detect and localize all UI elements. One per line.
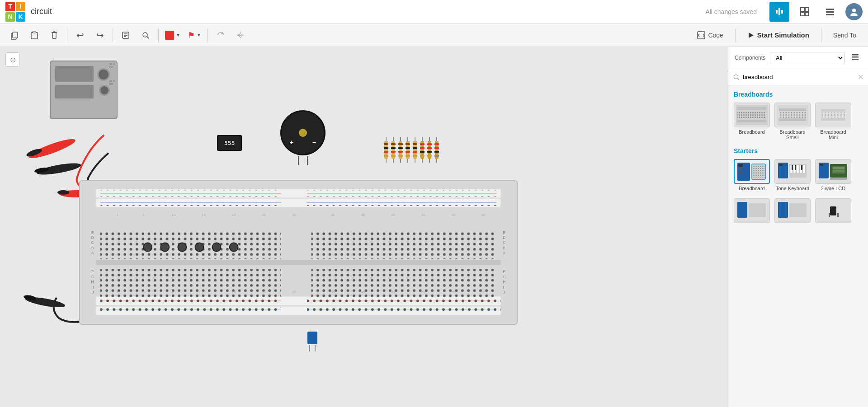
starter-tone-svg [777, 160, 808, 183]
svg-text:D: D [91, 235, 94, 240]
search-input[interactable] [743, 74, 855, 80]
canvas-area[interactable]: ⊙ [0, 47, 728, 407]
breadboard-small-card[interactable]: Breadboard Small [774, 103, 811, 140]
svg-rect-176 [829, 213, 830, 217]
multimeter[interactable]: 30 VDC 20 VDC [50, 61, 118, 119]
svg-text:F: F [91, 269, 94, 274]
nav-schematic-btn[interactable] [795, 2, 815, 22]
svg-point-111 [230, 243, 238, 252]
resistor-7 [428, 137, 431, 163]
breadboard-name: Breadboard [739, 129, 765, 135]
svg-text:J: J [503, 290, 505, 295]
code-label: Code [708, 32, 723, 39]
nav-list-btn[interactable] [820, 2, 840, 22]
svg-marker-28 [241, 33, 244, 37]
start-simulation-btn[interactable]: Start Simulation [741, 28, 816, 42]
toolbar-sep-1 [67, 28, 67, 42]
svg-rect-136 [821, 109, 845, 112]
svg-point-23 [143, 33, 147, 37]
svg-line-124 [738, 79, 739, 80]
paste-btn[interactable] [25, 26, 43, 44]
starter-extra-2-svg [777, 200, 808, 222]
multimeter-screen-1 [55, 66, 94, 82]
avatar-btn[interactable] [845, 3, 863, 20]
buzzer[interactable]: + − [280, 110, 326, 155]
toolbar-sep-4 [208, 28, 208, 42]
chip-555[interactable]: 555 [217, 135, 242, 151]
zoom-btn[interactable]: ⊙ [5, 52, 20, 67]
flag-dropdown-arrow: ▼ [197, 33, 201, 37]
resistor-6 [420, 137, 424, 163]
breadboards-grid: Breadboard [734, 103, 863, 140]
svg-rect-169 [737, 202, 747, 218]
svg-point-33 [63, 139, 75, 147]
breadboard-small-name: Breadboard Small [774, 129, 811, 140]
send-to-btn[interactable]: Send To [827, 29, 863, 42]
right-panel: Components All ✕ Breadboards [728, 47, 868, 407]
resistor-5 [413, 137, 417, 163]
svg-rect-134 [779, 112, 806, 118]
logo-k: K [16, 12, 25, 22]
svg-rect-1 [781, 10, 783, 14]
color-picker-btn[interactable]: ▼ [162, 29, 183, 42]
starter-extra-1-card[interactable] [734, 198, 770, 238]
starter-extra-2-card[interactable] [774, 198, 811, 238]
buzzer-pin-1 [298, 156, 299, 165]
notes-btn[interactable] [117, 26, 135, 44]
svg-text:I: I [93, 285, 94, 290]
svg-text:45: 45 [391, 290, 395, 294]
list-view-btn[interactable] [849, 51, 862, 64]
resistor-1 [384, 137, 388, 163]
starter-lcd-thumb [815, 159, 851, 184]
color-swatch [165, 31, 174, 40]
starter-tone-name: Tone Keyboard [776, 186, 809, 191]
capacitor-body [307, 332, 317, 344]
play-icon [747, 32, 755, 39]
delete-btn[interactable] [45, 26, 63, 44]
svg-text:20: 20 [232, 213, 236, 217]
copy-btn[interactable] [5, 26, 24, 44]
list-view-icon [851, 53, 859, 61]
svg-rect-177 [837, 213, 839, 217]
undo-btn[interactable]: ↩ [71, 26, 89, 44]
search-box: ✕ [728, 69, 868, 85]
svg-rect-29 [698, 32, 705, 39]
redo-btn[interactable]: ↪ [91, 26, 109, 44]
code-btn[interactable]: Code [691, 28, 729, 42]
svg-rect-147 [753, 166, 764, 178]
mirror-btn[interactable] [231, 26, 250, 44]
svg-text:C: C [91, 240, 94, 245]
component-filter-select[interactable]: All [770, 52, 844, 64]
resistors[interactable] [384, 137, 439, 163]
starter-lcd-card[interactable]: 2 wire LCD [815, 159, 851, 191]
resistor-4 [406, 137, 410, 163]
svg-text:35: 35 [331, 213, 335, 217]
svg-text:40: 40 [361, 290, 365, 294]
rotate-btn[interactable] [212, 26, 230, 44]
nav-circuit-btn[interactable] [769, 2, 789, 22]
starter-breadboard-card[interactable]: Breadboard [734, 159, 770, 191]
code-icon [697, 31, 705, 39]
breadboard-mini-card[interactable]: Breadboard Mini [815, 103, 851, 140]
breadboard-svg: A B C D E A B C D E F G H I J F G H I [84, 185, 513, 320]
svg-point-110 [212, 243, 221, 252]
svg-rect-86 [311, 231, 497, 259]
breadboard[interactable]: A B C D E A B C D E F G H I J F G H I [79, 180, 518, 325]
starter-tone-card[interactable]: Tone Keyboard [774, 159, 811, 191]
search-btn[interactable] [137, 26, 155, 44]
svg-point-108 [178, 243, 186, 252]
buzzer-minus: − [312, 139, 316, 146]
flag-btn[interactable]: ⚑ ▼ [185, 28, 204, 42]
search-clear-btn[interactable]: ✕ [858, 73, 863, 81]
capacitor[interactable] [307, 332, 317, 351]
svg-rect-142 [738, 164, 743, 167]
svg-text:A: A [503, 251, 505, 255]
starter-lcd-svg [817, 160, 849, 183]
breadboard-card[interactable]: Breadboard [734, 103, 770, 140]
starter-extra-3-card[interactable] [815, 198, 851, 238]
tinkercad-logo[interactable]: T I N K [5, 2, 25, 22]
starter-tone-thumb [774, 159, 811, 184]
notes-icon [121, 31, 130, 40]
svg-rect-121 [852, 56, 859, 58]
svg-text:55: 55 [452, 213, 455, 217]
